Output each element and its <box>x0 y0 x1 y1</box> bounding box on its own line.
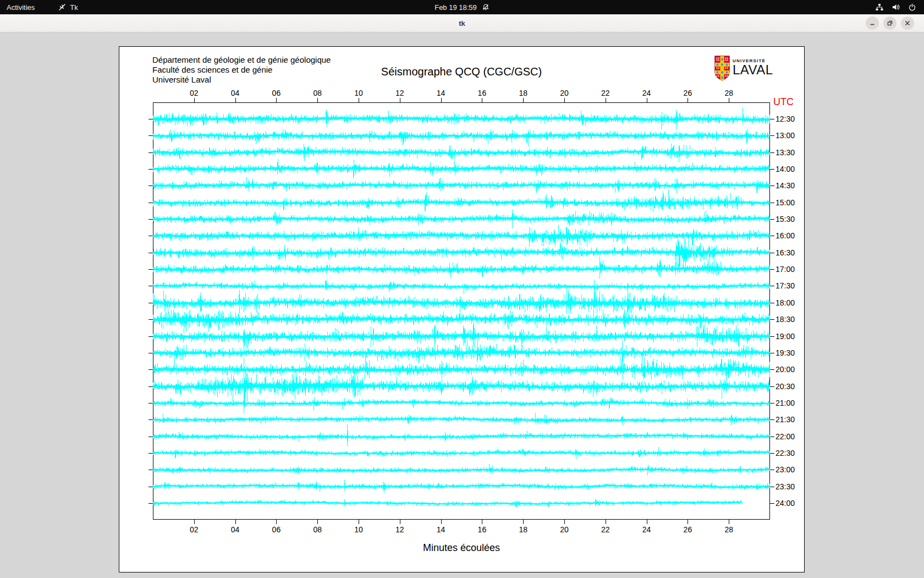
row-tick-right <box>770 286 774 286</box>
row-time-label: 21:00 <box>776 399 795 407</box>
x-tick-label-top: 04 <box>227 89 244 97</box>
row-tick-right <box>770 503 774 504</box>
row-time-label: 19:30 <box>776 348 795 357</box>
x-tick-label-top: 24 <box>639 89 655 97</box>
row-time-label: 22:00 <box>776 432 795 441</box>
row-time-label: 18:30 <box>776 315 795 324</box>
x-tick-label-top: 22 <box>597 89 614 97</box>
x-tick-top <box>564 98 565 102</box>
maximize-button[interactable] <box>883 17 897 30</box>
row-tick-right <box>770 437 774 437</box>
row-tick-right <box>770 453 774 454</box>
row-tick-left <box>148 203 153 203</box>
x-tick-label-top: 20 <box>556 89 573 97</box>
x-tick-label-top: 06 <box>268 89 284 97</box>
x-tick-label-bottom: 28 <box>721 525 737 534</box>
x-tick-label-bottom: 22 <box>597 525 614 534</box>
x-tick-label-bottom: 06 <box>268 525 284 534</box>
close-button[interactable] <box>901 17 914 30</box>
row-tick-right <box>770 135 774 136</box>
app-menu-button[interactable]: Tk <box>51 0 84 14</box>
x-tick-top <box>482 98 482 102</box>
x-tick-label-bottom: 16 <box>474 525 490 534</box>
x-tick-top <box>688 98 688 102</box>
x-tick-top <box>317 98 318 102</box>
x-tick-label-bottom: 10 <box>350 525 367 534</box>
row-tick-left <box>148 286 153 286</box>
row-tick-left <box>148 453 153 454</box>
x-tick-label-top: 10 <box>350 89 367 97</box>
x-tick-label-top: 26 <box>679 89 696 97</box>
x-tick-label-bottom: 24 <box>639 525 655 534</box>
x-tick-label-bottom: 26 <box>679 525 696 534</box>
row-tick-right <box>770 253 774 253</box>
x-tick-bottom <box>235 520 236 524</box>
tk-feather-icon <box>58 3 66 12</box>
row-tick-left <box>148 119 153 119</box>
x-tick-bottom <box>523 520 524 524</box>
plot-title: Séismographe QCQ (CGC/GSC) <box>153 66 770 78</box>
row-tick-right <box>770 152 774 153</box>
system-status-area[interactable] <box>867 0 924 14</box>
row-tick-right <box>770 403 774 403</box>
x-tick-top <box>729 98 729 102</box>
row-time-label: 24:00 <box>776 499 795 508</box>
row-tick-right <box>770 186 774 186</box>
x-tick-top <box>400 98 400 102</box>
row-tick-right <box>770 487 774 487</box>
x-tick-top <box>647 98 647 102</box>
utc-label: UTC <box>773 96 794 108</box>
x-tick-top <box>523 98 524 102</box>
row-tick-left <box>148 487 153 487</box>
row-time-label: 22:30 <box>776 449 795 457</box>
clock-label: Feb 19 18:59 <box>435 3 477 12</box>
x-tick-top <box>194 98 195 102</box>
row-tick-left <box>148 236 153 236</box>
row-time-label: 20:00 <box>776 365 795 374</box>
x-tick-label-top: 14 <box>433 89 449 97</box>
row-tick-left <box>148 135 153 136</box>
row-time-label: 17:00 <box>776 265 795 274</box>
row-time-label: 12:30 <box>776 114 795 123</box>
x-tick-bottom <box>441 520 442 524</box>
x-tick-top <box>606 98 606 102</box>
x-tick-bottom <box>317 520 318 524</box>
x-tick-bottom <box>564 520 565 524</box>
row-tick-right <box>770 419 774 420</box>
row-tick-right <box>770 269 774 270</box>
volume-icon <box>892 3 900 12</box>
row-tick-right <box>770 386 774 387</box>
x-tick-label-bottom: 14 <box>433 525 449 534</box>
row-time-label: 16:00 <box>776 231 795 240</box>
x-tick-bottom <box>400 520 400 524</box>
x-tick-bottom <box>194 520 195 524</box>
x-tick-bottom <box>606 520 606 524</box>
row-tick-right <box>770 169 774 170</box>
row-tick-left <box>148 152 153 153</box>
logo-laval-label: LAVAL <box>733 63 773 77</box>
minimize-button[interactable] <box>866 17 879 30</box>
row-tick-left <box>148 403 153 403</box>
x-tick-label-bottom: 02 <box>186 525 202 534</box>
x-tick-bottom <box>276 520 277 524</box>
x-tick-top <box>235 98 236 102</box>
row-time-label: 15:00 <box>776 198 795 207</box>
x-tick-label-top: 02 <box>186 89 202 97</box>
row-tick-left <box>148 386 153 387</box>
x-tick-bottom <box>647 520 647 524</box>
seismograph-canvas: Département de géologie et de génie géol… <box>119 46 805 572</box>
clock-button[interactable]: Feb 19 18:59 <box>435 0 490 14</box>
x-tick-label-bottom: 20 <box>556 525 573 534</box>
row-tick-right <box>770 319 774 320</box>
row-tick-right <box>770 119 774 119</box>
header-department: Département de géologie et de génie géol… <box>152 55 331 65</box>
row-tick-left <box>148 253 153 253</box>
app-label: Tk <box>70 3 78 12</box>
x-tick-top <box>441 98 442 102</box>
activities-button[interactable]: Activities <box>0 0 41 14</box>
row-tick-left <box>148 319 153 320</box>
x-tick-label-bottom: 18 <box>515 525 531 534</box>
x-tick-top <box>359 98 359 102</box>
x-tick-label-top: 08 <box>309 89 326 97</box>
row-time-label: 23:30 <box>776 482 795 491</box>
